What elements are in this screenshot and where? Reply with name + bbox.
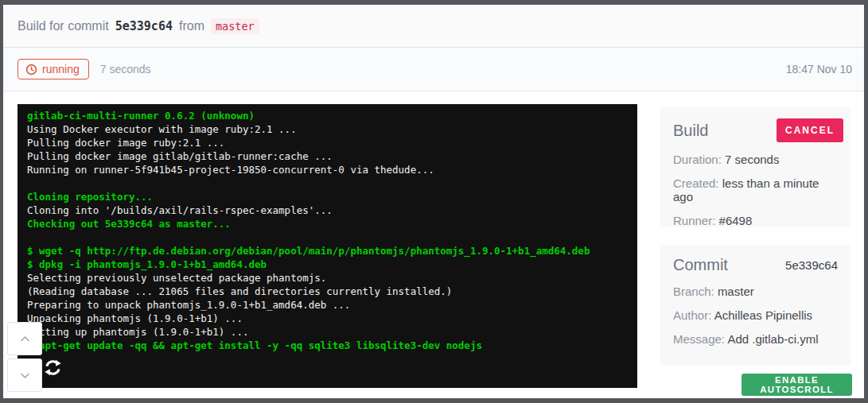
terminal-line: Pulling docker image gitlab/gitlab-runne… <box>27 149 628 163</box>
commit-panel-rows: Branch: masterAuthor: Achilleas Pipinell… <box>673 285 838 346</box>
row-label: Author: <box>673 308 714 322</box>
panel-row: Runner: #6498 <box>673 214 838 227</box>
row-label: Created: <box>673 176 722 190</box>
terminal-line: Running on runner-5f941b45-project-19850… <box>27 163 628 176</box>
chevron-up-icon <box>20 335 30 343</box>
build-header: Build for commit 5e339c64 from master <box>3 5 864 48</box>
clock-icon <box>25 64 37 76</box>
terminal-line: Setting up phantomjs (1.9.0-1+b1) ... <box>27 325 628 339</box>
spinner-icon <box>44 358 62 377</box>
cancel-button[interactable]: CANCEL <box>777 118 843 142</box>
panel-row: Author: Achilleas Pipinellis <box>673 308 838 322</box>
row-label: Message: <box>673 332 727 346</box>
terminal-line: Using Docker executor with image ruby:2.… <box>27 122 628 136</box>
terminal-line: Selecting previously unselected package … <box>27 271 628 285</box>
row-value: master <box>718 285 754 298</box>
scroll-up-button[interactable] <box>7 322 42 355</box>
terminal-line: gitlab-ci-multi-runner 0.6.2 (unknown) <box>27 109 628 122</box>
enable-autoscroll-button[interactable]: ENABLE AUTOSCROLL <box>741 374 852 396</box>
chevron-down-icon <box>20 372 30 379</box>
build-timestamp: 18:47 Nov 10 <box>786 63 852 76</box>
build-panel-rows: Duration: 7 secondsCreated: less than a … <box>673 153 838 227</box>
terminal-line: Unpacking phantomjs (1.9.0-1+b1) ... <box>27 312 628 325</box>
row-value: 7 seconds <box>725 153 779 166</box>
commit-panel: Commit 5e339c64 Branch: masterAuthor: Ac… <box>660 245 850 366</box>
terminal-line: Cloning into '/builds/axil/rails-rspec-e… <box>27 203 628 217</box>
row-value: #6498 <box>719 214 753 227</box>
row-value: Achilleas Pipinellis <box>714 308 812 322</box>
commit-sha: 5e339c64 <box>115 19 173 33</box>
build-title-prefix: Build for commit <box>18 19 109 33</box>
panel-row: Duration: 7 seconds <box>673 153 838 166</box>
build-page: Build for commit 5e339c64 from master ru… <box>3 5 864 398</box>
build-panel: Build CANCEL Duration: 7 secondsCreated:… <box>660 107 850 227</box>
row-value: Add .gitlab-ci.yml <box>727 332 818 346</box>
row-label: Branch: <box>673 285 718 298</box>
duration-text: 7 seconds <box>100 63 151 76</box>
from-label: from <box>179 19 204 33</box>
status-badge: running <box>18 59 89 79</box>
terminal-line: Pulling docker image ruby:2.1 ... <box>27 136 628 149</box>
window: Build for commit 5e339c64 from master ru… <box>0 0 868 403</box>
commit-panel-sha: 5e339c64 <box>785 258 838 272</box>
terminal-line: Cloning repository... <box>27 190 628 203</box>
content-area: gitlab-ci-multi-runner 0.6.2 (unknown)Us… <box>3 92 864 398</box>
terminal-line: Preparing to unpack phantomjs_1.9.0-1+b1… <box>27 298 628 312</box>
panel-row: Branch: master <box>673 285 838 298</box>
status-label: running <box>42 63 80 76</box>
build-panel-title: Build <box>673 122 708 140</box>
panel-row: Message: Add .gitlab-ci.yml <box>673 332 838 346</box>
terminal-line: Checking out 5e339c64 as master... <box>27 217 628 231</box>
commit-panel-title: Commit <box>673 256 728 274</box>
terminal-line: $ wget -q http://ftp.de.debian.org/debia… <box>27 244 628 258</box>
terminal-line: (Reading database ... 21065 files and di… <box>27 285 628 298</box>
panel-row: Created: less than a minute ago <box>673 176 838 203</box>
row-label: Duration: <box>673 153 725 166</box>
terminal-line <box>27 176 628 190</box>
row-label: Runner: <box>673 214 719 227</box>
terminal-line: $ dpkg -i phantomjs_1.9.0-1+b1_amd64.deb <box>27 258 628 271</box>
terminal-line: $ apt-get update -qq && apt-get install … <box>27 339 628 352</box>
status-bar: running 7 seconds 18:47 Nov 10 <box>3 48 864 91</box>
branch-badge: master <box>211 18 259 34</box>
terminal-line <box>27 231 628 244</box>
terminal-output: gitlab-ci-multi-runner 0.6.2 (unknown)Us… <box>27 109 628 352</box>
scroll-down-button[interactable] <box>7 358 42 392</box>
log-terminal: gitlab-ci-multi-runner 0.6.2 (unknown)Us… <box>18 104 637 388</box>
